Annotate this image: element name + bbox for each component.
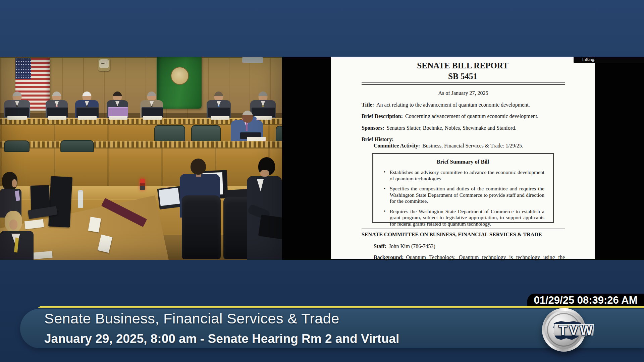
bullet-text: Specifies the composition and duties of … <box>390 186 544 204</box>
nameplate <box>211 116 229 120</box>
timestamp-badge: 01/29/25 08:39:26 AM <box>527 294 644 306</box>
sponsors-label: Sponsors: <box>362 125 384 131</box>
nameplate <box>78 116 97 120</box>
logo-wordmark: TVW <box>559 323 595 338</box>
summary-bullet: •Specifies the composition and duties of… <box>381 186 544 204</box>
committee-chair <box>154 125 185 142</box>
nameplate <box>247 137 266 141</box>
washington-state-flag <box>157 57 202 109</box>
laptop <box>208 107 230 117</box>
summary-heading: Brief Summary of Bill <box>381 159 544 165</box>
summary-bullet: •Requires the Washington State Departmen… <box>381 208 544 227</box>
laptop <box>47 107 68 117</box>
summary-bullet: •Establishes an advisory committee to ad… <box>381 169 544 182</box>
member-head <box>242 111 253 123</box>
projection-screen-housing <box>242 57 263 63</box>
bullet-text: Requires the Washington State Department… <box>390 208 544 227</box>
nameplate <box>48 116 66 120</box>
background-link: Quantum Technology. <box>406 254 455 260</box>
walking-person <box>247 157 282 260</box>
nameplate <box>7 116 27 120</box>
hearing-room-video <box>0 57 282 260</box>
committee-chair <box>276 126 282 142</box>
laptop <box>157 186 183 209</box>
staff-monitor <box>48 176 72 227</box>
tvw-logo: TVW <box>542 308 586 352</box>
committee-heading: SENATE COMMITTEE ON BUSINESS, FINANCIAL … <box>362 231 565 238</box>
section-rule <box>362 229 565 229</box>
banner-session-subtitle: January 29, 2025, 8:00 am - Senate Heari… <box>44 332 399 346</box>
state-seal <box>171 67 189 85</box>
laptop <box>142 107 163 117</box>
bullet-text: Establishes an advisory committee to adv… <box>390 169 544 181</box>
clock-face <box>99 59 109 68</box>
staff-face <box>12 179 17 187</box>
committee-activity-field: Committee Activity:Business, Financial S… <box>374 142 565 149</box>
screen-share-region: SENATE BILL REPORT SB 5451 As of January… <box>282 57 644 260</box>
double-rule <box>362 82 565 85</box>
brief-summary-inner: Brief Summary of Bill •Establishes an ad… <box>374 155 552 221</box>
bill-report-page: SENATE BILL REPORT SB 5451 As of January… <box>331 57 595 259</box>
person-face <box>260 170 269 177</box>
brief-description-text: Concerning advancement of quantum econom… <box>405 113 538 119</box>
witness-head <box>191 159 206 175</box>
wall-clock <box>98 58 110 71</box>
committee-chair <box>60 140 94 152</box>
sponsors-field: Sponsors:Senators Slatter, Boehnke, Nobl… <box>362 125 565 131</box>
office-chair <box>182 195 221 259</box>
laptop <box>76 107 99 117</box>
laptop <box>252 107 275 117</box>
talking-indicator: Talking: <box>574 57 644 63</box>
background-field: Background:Quantum Technology. Quantum t… <box>374 254 565 260</box>
laptop <box>108 107 128 117</box>
bullet-icon: • <box>384 208 385 215</box>
brief-description-field: Brief Description:Concerning advancement… <box>362 113 565 119</box>
staff-field: Staff:John Kim (786-7453) <box>374 243 565 249</box>
staff-face <box>9 220 17 230</box>
committee-activity-text: Business, Financial Services & Trade: 1/… <box>422 143 523 148</box>
title-field: Title:An act relating to the advancement… <box>362 102 565 108</box>
water-bottle <box>78 190 83 208</box>
bullet-icon: • <box>384 169 385 175</box>
laptop-screen <box>159 188 180 206</box>
sponsors-text: Senators Slatter, Boehnke, Nobles, Shewm… <box>387 125 517 131</box>
committee-chair <box>191 125 221 142</box>
timer-light <box>140 179 145 190</box>
background-label: Background: <box>374 254 404 260</box>
committee-activity-label: Committee Activity: <box>374 143 420 148</box>
laptop <box>5 107 29 117</box>
report-title: SENATE BILL REPORT <box>331 61 595 70</box>
tvw-stream-frame: SENATE BILL REPORT SB 5451 As of January… <box>0 0 644 362</box>
brief-description-label: Brief Description: <box>362 113 403 119</box>
as-of-date: As of January 27, 2025 <box>362 90 565 96</box>
title-text: An act relating to the advancement of qu… <box>376 102 530 108</box>
staff-label: Staff: <box>374 243 386 249</box>
committee-chair <box>4 140 30 152</box>
background-text: Quantum technology is technology using t… <box>459 254 565 260</box>
accent-line <box>38 306 644 308</box>
title-label: Title: <box>362 102 374 108</box>
carried-bag <box>258 215 282 239</box>
bill-number: SB 5451 <box>331 72 595 81</box>
bullet-icon: • <box>384 185 385 192</box>
member-tie <box>246 122 248 131</box>
brief-history-label: Brief History: <box>362 136 565 142</box>
nameplate <box>109 116 127 120</box>
us-flag-canton <box>15 58 31 79</box>
banner-committee-title: Senate Business, Financial Services & Tr… <box>44 310 339 327</box>
staff-text: John Kim (786-7453) <box>389 243 435 249</box>
nameplate <box>143 116 162 120</box>
brief-summary-box: Brief Summary of Bill •Establishes an ad… <box>372 153 554 223</box>
